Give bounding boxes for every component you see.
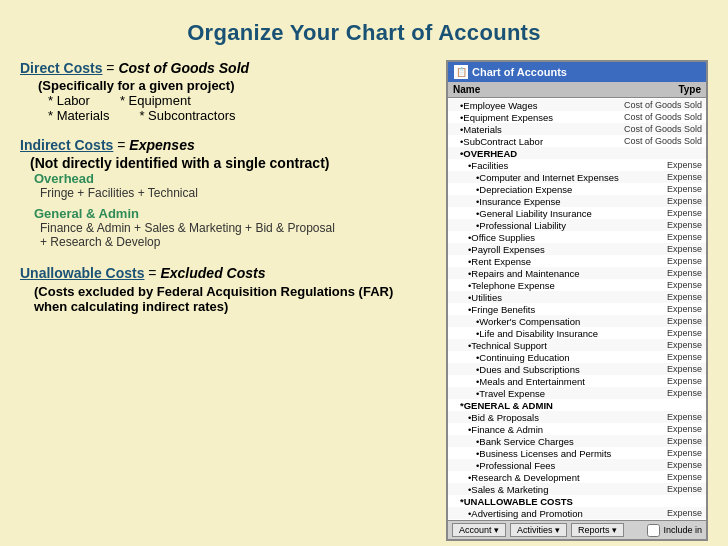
- coa-row-name: •Payroll Expenses: [450, 243, 665, 255]
- include-label: Include in: [663, 525, 702, 535]
- coa-icon: 📋: [454, 65, 468, 79]
- coa-row-name: •Depreciation Expense: [450, 183, 665, 195]
- coa-row-type: Expense: [665, 231, 704, 243]
- coa-title: Chart of Accounts: [472, 66, 567, 78]
- coa-row-name: •Insurance Expense: [450, 195, 665, 207]
- direct-costs-desc: Cost of Goods Sold: [118, 60, 249, 76]
- coa-row: •Rent ExpenseExpense: [448, 255, 706, 267]
- coa-row: •Research & DevelopmentExpense: [448, 471, 706, 483]
- coa-row: •Continuing EducationExpense: [448, 351, 706, 363]
- coa-row: •Advertising and PromotionExpense: [448, 507, 706, 519]
- coa-row: •Dues and SubscriptionsExpense: [448, 363, 706, 375]
- coa-row-type: Expense: [665, 363, 704, 375]
- direct-costs-section: Direct Costs = Cost of Goods Sold (Speci…: [20, 60, 430, 123]
- coa-row: •MaterialsCost of Goods Sold: [448, 123, 706, 135]
- coa-row-type: Expense: [665, 507, 704, 519]
- coa-row-type: Expense: [665, 351, 704, 363]
- overhead-label: Overhead: [34, 171, 430, 186]
- coa-row-type: Expense: [665, 195, 704, 207]
- coa-row: •Equipment ExpensesCost of Goods Sold: [448, 111, 706, 123]
- coa-row-name: •Professional Fees: [450, 459, 665, 471]
- direct-costs-equals: =: [102, 60, 118, 76]
- unallowable-sub: (Costs excluded by Federal Acquisition R…: [34, 284, 430, 314]
- include-checkbox[interactable]: [647, 524, 660, 537]
- coa-row-name: •Meals and Entertainment: [450, 375, 665, 387]
- coa-row-name: •Telephone Expense: [450, 279, 665, 291]
- coa-row-type: [700, 495, 704, 507]
- indirect-costs-title: Indirect Costs = Expenses: [20, 137, 430, 153]
- coa-row: •OVERHEAD: [448, 147, 706, 159]
- coa-row-name: •Bank Service Charges: [450, 435, 665, 447]
- right-panel: 📋 Chart of Accounts Name Type •Employee …: [446, 60, 708, 541]
- indirect-costs-section: Indirect Costs = Expenses (Not directly …: [20, 137, 430, 249]
- coa-row-type: Cost of Goods Sold: [622, 111, 704, 123]
- coa-row-type: Expense: [665, 423, 704, 435]
- coa-footer: Account ▾ Activities ▾ Reports ▾ Include…: [448, 520, 706, 539]
- coa-row: •Life and Disability InsuranceExpense: [448, 327, 706, 339]
- col-name-header: Name: [450, 83, 675, 96]
- indirect-costs-desc: Expenses: [129, 137, 194, 153]
- coa-row-name: •Dues and Subscriptions: [450, 363, 665, 375]
- overhead-sub: Fringe + Facilities + Technical: [40, 186, 430, 200]
- coa-row: •Insurance ExpenseExpense: [448, 195, 706, 207]
- coa-row: •FacilitiesExpense: [448, 159, 706, 171]
- coa-row-type: Expense: [665, 207, 704, 219]
- unallowable-costs-section: Unallowable Costs = Excluded Costs (Cost…: [20, 265, 430, 314]
- coa-row-type: Expense: [665, 435, 704, 447]
- left-panel: Direct Costs = Cost of Goods Sold (Speci…: [20, 60, 430, 541]
- direct-costs-sub: (Specifically for a given project): [38, 78, 430, 93]
- coa-row: •Repairs and MaintenanceExpense: [448, 267, 706, 279]
- coa-body: •Employee WagesCost of Goods Sold•Equipm…: [448, 98, 706, 520]
- direct-item-labor: * Labor: [48, 93, 90, 108]
- coa-row-name: *UNALLOWABLE COSTS: [450, 495, 700, 507]
- direct-item-materials: * Materials: [48, 108, 109, 123]
- coa-row: •Professional LiabilityExpense: [448, 219, 706, 231]
- unallowable-equals: =: [144, 265, 160, 281]
- coa-row-type: Expense: [665, 327, 704, 339]
- coa-row-name: •SubContract Labor: [450, 135, 622, 147]
- coa-row: •Office SuppliesExpense: [448, 231, 706, 243]
- coa-row-type: Expense: [665, 255, 704, 267]
- activities-button[interactable]: Activities ▾: [510, 523, 567, 537]
- coa-row: •Depreciation ExpenseExpense: [448, 183, 706, 195]
- coa-row: •Worker's CompensationExpense: [448, 315, 706, 327]
- reports-button[interactable]: Reports ▾: [571, 523, 624, 537]
- coa-row-type: Expense: [665, 471, 704, 483]
- coa-row-type: Expense: [665, 159, 704, 171]
- coa-row: •Payroll ExpensesExpense: [448, 243, 706, 255]
- coa-row-name: •Research & Development: [450, 471, 665, 483]
- coa-row-name: •Materials: [450, 123, 622, 135]
- slide-container: Organize Your Chart of Accounts Direct C…: [0, 0, 728, 546]
- unallowable-costs-title: Unallowable Costs = Excluded Costs: [20, 265, 430, 281]
- coa-row-type: Expense: [665, 387, 704, 399]
- gen-admin-sub2: + Research & Develop: [40, 235, 430, 249]
- not-directly-text: (Not directly identified with a single c…: [30, 155, 430, 171]
- coa-row-name: •Professional Liability: [450, 219, 665, 231]
- coa-row-type: Cost of Goods Sold: [622, 123, 704, 135]
- coa-row-name: •Continuing Education: [450, 351, 665, 363]
- coa-row: •General Liability InsuranceExpense: [448, 207, 706, 219]
- coa-row-type: Expense: [665, 459, 704, 471]
- coa-row-name: *GENERAL & ADMIN: [450, 399, 700, 411]
- coa-row-name: •Travel Expense: [450, 387, 665, 399]
- direct-costs-label: Direct Costs: [20, 60, 102, 76]
- account-button[interactable]: Account ▾: [452, 523, 506, 537]
- coa-row: •SubContract LaborCost of Goods Sold: [448, 135, 706, 147]
- coa-row-type: Expense: [665, 183, 704, 195]
- coa-row: *UNALLOWABLE COSTS: [448, 495, 706, 507]
- coa-row-type: Expense: [665, 339, 704, 351]
- coa-row-name: •Advertising and Promotion: [450, 507, 665, 519]
- coa-panel: 📋 Chart of Accounts Name Type •Employee …: [446, 60, 708, 541]
- coa-row: •Bank Service ChargesExpense: [448, 435, 706, 447]
- coa-row-name: •Facilities: [450, 159, 665, 171]
- coa-row-name: •General Liability Insurance: [450, 207, 665, 219]
- coa-row: •Finance & AdminExpense: [448, 423, 706, 435]
- coa-row-type: Expense: [665, 171, 704, 183]
- coa-row: •Sales & MarketingExpense: [448, 483, 706, 495]
- coa-row-name: •Equipment Expenses: [450, 111, 622, 123]
- slide-title: Organize Your Chart of Accounts: [20, 20, 708, 46]
- coa-row: •Technical SupportExpense: [448, 339, 706, 351]
- coa-row-name: •Fringe Benefits: [450, 303, 665, 315]
- direct-item-subcontractors: * Subcontractors: [139, 108, 235, 123]
- coa-row-name: •Utilities: [450, 291, 665, 303]
